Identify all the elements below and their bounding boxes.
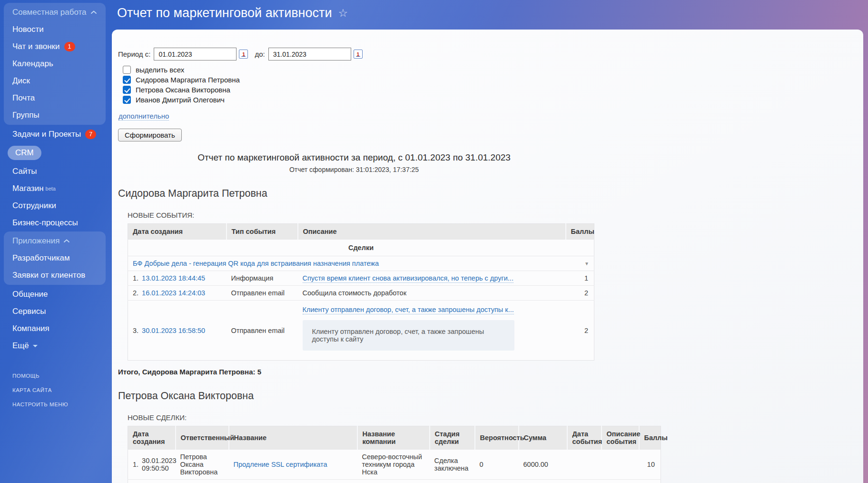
sidebar-item-employees[interactable]: Сотрудники xyxy=(4,197,110,214)
checkbox-row-employee: Иванов Дмитрий Олегович xyxy=(123,96,863,104)
deals-table-label: НОВЫЕ СДЕЛКИ: xyxy=(128,413,863,422)
sidebar-item-label: Бизнес-процессы xyxy=(12,218,78,228)
deal-name-link[interactable]: Продление SSL сертификата xyxy=(234,461,327,468)
sidebar-item-services[interactable]: Сервисы xyxy=(4,303,110,320)
sidebar-item-label: Группы xyxy=(12,111,39,120)
sidebar-item-news[interactable]: Новости xyxy=(4,21,106,38)
date-to-input[interactable] xyxy=(268,48,351,60)
deal-event-date xyxy=(567,480,602,483)
employee-checkbox[interactable] xyxy=(123,96,131,104)
period-filter-row: Период с: 1 до: 1 xyxy=(118,48,863,60)
sidebar-item-mail[interactable]: Почта xyxy=(4,90,106,107)
date-from-input[interactable] xyxy=(154,48,237,60)
additional-options-link[interactable]: дополнительно xyxy=(118,112,169,121)
row-number: 3. xyxy=(133,327,138,334)
column-header: Название xyxy=(229,426,357,450)
column-header: Дата события xyxy=(567,426,602,450)
favorite-star-icon[interactable]: ☆ xyxy=(338,7,348,20)
sidebar-item-label: Почта xyxy=(12,93,35,103)
report-generated-timestamp: Отчет сформирован: 31:01:2023, 17:37:25 xyxy=(118,166,590,173)
sidebar-item-label: Сайты xyxy=(12,167,37,176)
sidebar-item-label: Чат и звонки xyxy=(12,42,60,51)
collapse-triangle-icon[interactable]: ▼ xyxy=(571,261,590,266)
period-from-label: Период с: xyxy=(118,50,150,58)
beta-tag: beta xyxy=(46,186,56,191)
sidebar-item-label: Календарь xyxy=(12,59,53,69)
sidebar-group-header-apps[interactable]: Приложения xyxy=(4,232,106,250)
deal-link[interactable]: БФ Добрые дела - генерация QR кода для в… xyxy=(133,260,379,267)
sidebar-item-label: настроить меню xyxy=(12,402,68,407)
column-header: Описание события xyxy=(602,426,639,450)
deal-responsible: Петрова Оксана Викторовна xyxy=(176,450,229,480)
select-all-checkbox[interactable] xyxy=(123,66,131,74)
chevron-up-icon xyxy=(91,10,97,14)
column-header: Вероятность xyxy=(475,426,519,450)
group-row-label: Сделки xyxy=(128,240,594,256)
checkbox-label: Иванов Дмитрий Олегович xyxy=(136,96,225,104)
sidebar-item-client-requests[interactable]: Заявки от клиентов xyxy=(4,267,106,284)
generate-report-button[interactable]: Сформировать xyxy=(118,129,182,141)
calendar-icon[interactable]: 1 xyxy=(354,50,363,59)
table-row: 2.16.01.2023 14:24:03 Отправлен email Со… xyxy=(128,286,594,301)
sidebar-item-configure-menu[interactable]: настроить меню xyxy=(4,397,110,412)
sidebar-item-developers[interactable]: Разработчикам xyxy=(4,250,106,267)
column-header: Дата создания xyxy=(128,426,176,450)
event-score: 2 xyxy=(566,301,594,361)
table-row: 1.30.01.2023 09:50:50 Петрова Оксана Вик… xyxy=(128,450,661,480)
checkbox-label: Сидорова Маргарита Петровна xyxy=(136,76,240,84)
sidebar-item-calendar[interactable]: Календарь xyxy=(4,55,106,72)
crm-active-pill[interactable]: CRM xyxy=(8,146,41,160)
sidebar-item-business-processes[interactable]: Бизнес-процессы xyxy=(4,214,110,231)
employee-checkbox[interactable] xyxy=(123,86,131,94)
calendar-icon[interactable]: 1 xyxy=(239,50,248,59)
sidebar-item-label: Новости xyxy=(12,25,44,34)
event-description-link[interactable]: Спустя время клиент снова активизировалс… xyxy=(303,274,513,283)
sidebar-item-store[interactable]: Магазин beta xyxy=(4,180,110,197)
sidebar-item-help[interactable]: помощь xyxy=(4,369,110,383)
sidebar-item-label: Диск xyxy=(12,76,30,86)
deal-score: 10 xyxy=(639,450,661,480)
event-type: Информация xyxy=(227,271,298,286)
row-number: 1. xyxy=(133,461,138,468)
event-date-link[interactable]: 13.01.2023 18:44:45 xyxy=(142,274,205,282)
sidebar-item-company[interactable]: Компания xyxy=(4,320,110,337)
employee-checkbox[interactable] xyxy=(123,76,131,84)
deal-created-date: 30.01.2023 09:50:50 xyxy=(142,457,177,472)
section-person-name: Сидорова Маргарита Петровна xyxy=(118,188,863,200)
deal-company: «Музей истории «Российского историческог… xyxy=(357,480,430,483)
chevron-up-icon xyxy=(64,239,69,243)
sidebar-item-sites[interactable]: Сайты xyxy=(4,163,110,180)
table-row: 3.30.01.2023 16:58:50 Отправлен email Кл… xyxy=(128,301,594,361)
column-header: Дата создания xyxy=(128,224,227,240)
event-description-link[interactable]: Клиенту отправлен договор, счет, а также… xyxy=(303,306,514,314)
sidebar-item-tasks-projects[interactable]: Задачи и Проекты 7 xyxy=(4,126,110,143)
sidebar-item-groups[interactable]: Группы xyxy=(4,107,106,124)
checkbox-row-employee: Петрова Оксана Викторовна xyxy=(123,86,863,94)
deal-score: 10 xyxy=(639,480,661,483)
sidebar-item-chat-calls[interactable]: Чат и звонки 1 xyxy=(4,38,106,55)
table-row: 1.13.01.2023 18:44:45 Информация Спустя … xyxy=(128,271,594,286)
sidebar-item-communication[interactable]: Общение xyxy=(4,286,110,303)
sidebar-item-label: Ещё xyxy=(12,341,29,351)
employee-checkbox-list: выделить всех Сидорова Маргарита Петровн… xyxy=(123,66,863,104)
sidebar-group-label: Приложения xyxy=(12,236,59,246)
caret-down-icon xyxy=(33,345,38,347)
event-date-link[interactable]: 30.01.2023 16:58:50 xyxy=(142,327,205,334)
deal-stage: Сделка заключена xyxy=(430,450,475,480)
event-type: Отправлен email xyxy=(227,286,298,301)
column-header: Баллы xyxy=(566,224,594,240)
column-header: Стадия сделки xyxy=(430,426,475,450)
event-type: Отправлен email xyxy=(227,301,298,361)
event-description: Сообщила стоимость доработок xyxy=(298,286,566,301)
tasks-counter-badge: 7 xyxy=(85,130,96,139)
sidebar-item-more[interactable]: Ещё xyxy=(4,337,110,354)
deal-responsible: Петрова Оксана Викторовна xyxy=(176,480,229,483)
sidebar-item-label: Сервисы xyxy=(12,307,46,316)
event-date-link[interactable]: 16.01.2023 14:24:03 xyxy=(142,289,205,297)
sidebar-item-sitemap[interactable]: карта сайта xyxy=(4,383,110,397)
row-number: 1. xyxy=(133,274,138,282)
sidebar-item-disk[interactable]: Диск xyxy=(4,72,106,90)
sidebar-group-header-collaboration[interactable]: Совместная работа xyxy=(4,4,106,21)
sidebar-item-label: Компания xyxy=(12,324,49,333)
deal-event-description xyxy=(602,480,639,483)
